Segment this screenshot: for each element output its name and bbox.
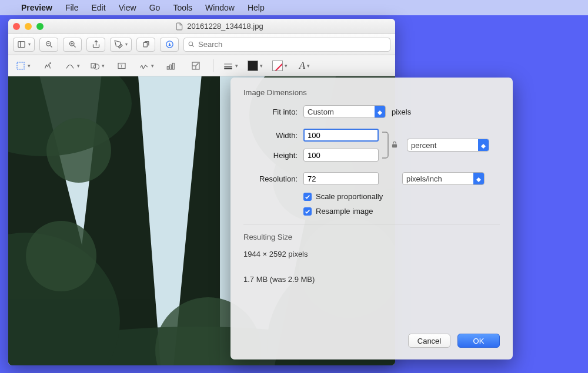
close-button[interactable]: [13, 23, 20, 30]
width-label: Width:: [243, 131, 298, 140]
svg-text:T: T: [120, 63, 123, 69]
resample-image-checkbox[interactable]: [303, 207, 312, 216]
zoom-button[interactable]: [36, 23, 44, 30]
sketch-button[interactable]: ▾: [62, 58, 82, 73]
file-icon: [175, 22, 183, 31]
resolution-unit-select[interactable]: pixels/inch: [402, 172, 485, 185]
svg-rect-14: [17, 62, 24, 69]
highlight-button[interactable]: [110, 38, 132, 52]
rotate-button[interactable]: [136, 38, 155, 52]
svg-rect-22: [172, 63, 174, 69]
fill-color-button[interactable]: ▾: [270, 58, 290, 73]
height-input[interactable]: [303, 149, 379, 162]
dialog-section-title: Image Dimensions: [243, 88, 500, 97]
system-menubar: Preview File Edit View Go Tools Window H…: [0, 0, 588, 15]
menu-edit[interactable]: Edit: [92, 3, 106, 12]
traffic-lights: [13, 23, 44, 30]
sign-button[interactable]: ▾: [136, 58, 156, 73]
titlebar: 20161228_134418.jpg: [8, 19, 395, 34]
line-style-button[interactable]: ▾: [220, 58, 240, 73]
svg-rect-0: [18, 42, 25, 48]
resulting-filesize: 1.7 MB (was 2.9 MB): [243, 275, 500, 284]
resulting-size-title: Resulting Size: [243, 233, 500, 241]
fit-into-select[interactable]: Custom: [303, 105, 386, 118]
svg-point-15: [50, 62, 51, 63]
border-color-button[interactable]: ▾: [245, 58, 265, 73]
instant-alpha-button[interactable]: [38, 58, 58, 73]
sidebar-button[interactable]: [13, 38, 35, 52]
svg-rect-20: [167, 66, 169, 69]
resample-image-label: Resample image: [316, 207, 373, 216]
window-title: 20161228_134418.jpg: [48, 22, 390, 31]
search-icon: [188, 41, 195, 48]
adjust-color-button[interactable]: [161, 58, 181, 73]
dialog-divider: [243, 224, 500, 224]
menu-window[interactable]: Window: [205, 3, 235, 12]
menu-tools[interactable]: Tools: [173, 3, 192, 12]
menu-help[interactable]: Help: [248, 3, 265, 12]
ok-button[interactable]: OK: [457, 334, 500, 348]
share-button[interactable]: [86, 38, 105, 52]
text-style-button[interactable]: A▾: [295, 58, 315, 73]
zoom-out-button[interactable]: [39, 38, 58, 52]
search-field[interactable]: [183, 38, 390, 52]
main-toolbar: [8, 34, 395, 55]
scale-proportionally-checkbox[interactable]: [303, 193, 312, 201]
zoom-in-button[interactable]: [63, 38, 82, 52]
resulting-dims: 1944 × 2592 pixels: [243, 250, 500, 258]
minimize-button[interactable]: [25, 23, 32, 30]
text-button[interactable]: T: [112, 58, 132, 73]
shapes-button[interactable]: ▾: [87, 58, 107, 73]
markup-toggle-button[interactable]: [160, 38, 179, 52]
svg-rect-21: [170, 65, 172, 69]
search-input[interactable]: [198, 40, 386, 49]
cancel-button[interactable]: Cancel: [408, 334, 450, 348]
svg-line-3: [50, 45, 52, 47]
svg-point-17: [94, 64, 99, 69]
menu-file[interactable]: File: [65, 3, 79, 12]
fit-into-label: Fit into:: [243, 107, 298, 116]
width-input[interactable]: [303, 129, 379, 142]
resolution-input[interactable]: [303, 172, 379, 185]
height-label: Height:: [243, 151, 298, 160]
svg-line-6: [74, 45, 75, 47]
svg-rect-10: [143, 42, 147, 47]
svg-point-12: [189, 42, 193, 46]
selection-tool-button[interactable]: ▾: [13, 58, 33, 73]
svg-point-40: [26, 221, 96, 291]
markup-toolbar: ▾ ▾ ▾ T ▾ ▾ ▾ ▾ A▾: [8, 55, 395, 76]
toolbar-divider: [213, 59, 213, 72]
menu-view[interactable]: View: [119, 3, 136, 12]
svg-line-24: [196, 63, 199, 66]
adjust-size-button[interactable]: [186, 58, 206, 73]
menu-go[interactable]: Go: [149, 3, 161, 12]
fit-into-unit: pixels: [392, 107, 411, 116]
adjust-size-dialog: Image Dimensions Fit into: Custom pixels…: [230, 78, 513, 359]
svg-rect-43: [392, 144, 397, 147]
size-unit-select[interactable]: percent: [407, 139, 489, 152]
menu-app[interactable]: Preview: [21, 3, 52, 12]
svg-line-13: [192, 45, 194, 47]
lock-icon[interactable]: [390, 140, 399, 151]
svg-point-38: [46, 118, 111, 183]
scale-proportionally-label: Scale proportionally: [316, 192, 383, 201]
resolution-label: Resolution:: [243, 174, 298, 183]
